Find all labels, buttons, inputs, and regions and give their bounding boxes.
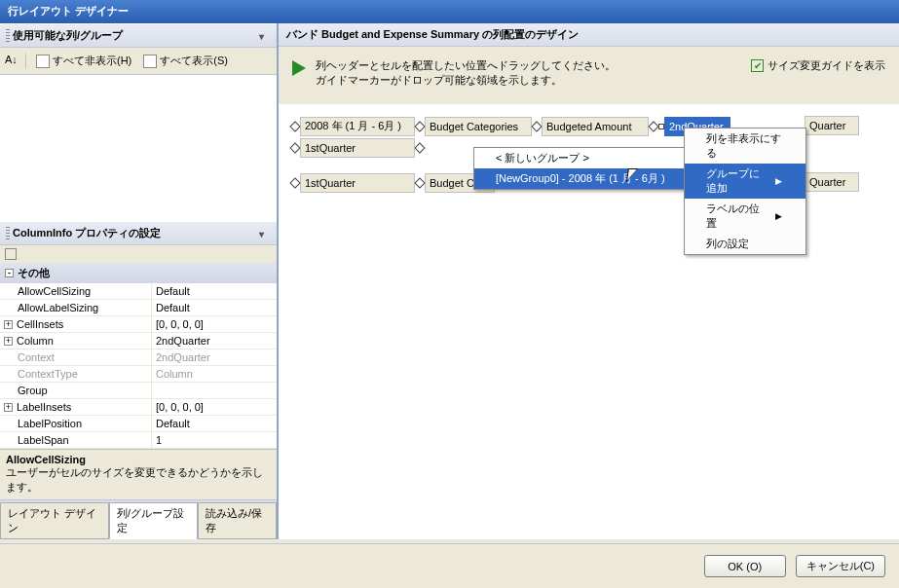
design-surface[interactable]: 2008 年 (1 月 - 6月 ) Budget Categories Bud… — [279, 104, 899, 539]
header-prefix: バンド — [286, 28, 321, 40]
expand-icon[interactable]: + — [4, 403, 13, 412]
property-name: +CellInsets — [0, 316, 152, 332]
sort-az-icon[interactable]: A↓ — [5, 54, 20, 69]
available-columns-list[interactable] — [0, 75, 277, 221]
guide-marker[interactable] — [414, 142, 425, 153]
available-columns-label: 使用可能な列/グループ — [13, 28, 123, 43]
menu-label-position[interactable]: ラベルの位置▶ — [685, 199, 805, 234]
guide-marker[interactable] — [289, 142, 300, 153]
tab-column-group-settings[interactable]: 列/グループ設定 — [109, 502, 198, 539]
collapse-icon[interactable]: - — [5, 269, 14, 277]
property-row-cellinsets[interactable]: +CellInsets[0, 0, 0, 0] — [0, 316, 277, 333]
hide-all-button[interactable]: すべて非表示(H) — [31, 51, 136, 71]
mouse-cursor-icon — [627, 168, 643, 188]
guide-marker[interactable] — [531, 121, 542, 131]
show-all-label: すべて表示(S) — [160, 54, 228, 68]
columninfo-label: ColumnInfo プロパティの設定 — [13, 226, 161, 240]
property-value[interactable]: 2ndQuarter — [152, 333, 277, 349]
property-value[interactable]: 1 — [152, 432, 277, 448]
pin-icon[interactable] — [259, 228, 271, 239]
tab-load-save[interactable]: 読み込み/保存 — [198, 502, 277, 539]
hide-all-icon — [36, 55, 50, 68]
property-name: Context — [0, 349, 152, 365]
show-guide-checkbox-row[interactable]: ✔ サイズ変更ガイドを表示 — [751, 58, 885, 73]
grip-icon — [6, 29, 10, 43]
property-category-other[interactable]: - その他 — [0, 263, 277, 283]
available-columns-header: 使用可能な列/グループ — [0, 23, 277, 48]
submenu-arrow-icon: ▶ — [775, 211, 782, 221]
col-header-quarter-right[interactable]: Quarter — [805, 116, 859, 135]
help-text: 列ヘッダーとセルを配置したい位置へドラッグしてください。 ガイドマーカーがドロッ… — [316, 58, 741, 89]
submenu-newgroup0[interactable]: [NewGroup0] - 2008 年 (1 月 - 6月 ) — [474, 168, 685, 189]
property-value[interactable]: Default — [152, 283, 277, 299]
property-row-group[interactable]: Group — [0, 383, 277, 399]
cancel-button[interactable]: キャンセル(C) — [796, 555, 885, 577]
title-bar: 行レイアウト デザイナー — [0, 0, 899, 23]
property-row-column[interactable]: +Column2ndQuarter — [0, 333, 277, 349]
property-row-allowcellsizing[interactable]: AllowCellSizingDefault — [0, 283, 277, 300]
guide-marker[interactable] — [289, 121, 300, 131]
separator — [25, 54, 26, 69]
context-menu[interactable]: 列を非表示にする グループに追加▶ ラベルの位置▶ 列の設定 — [684, 128, 806, 255]
guide-marker[interactable] — [414, 121, 425, 131]
col-header-budgeted-amount[interactable]: Budgeted Amount — [542, 117, 649, 136]
left-tabbar: レイアウト デザイン 列/グループ設定 読み込み/保存 — [0, 499, 277, 539]
property-row-labelposition[interactable]: LabelPositionDefault — [0, 416, 277, 432]
property-row-contexttype[interactable]: ContextTypeColumn — [0, 366, 277, 383]
property-name: AllowCellSizing — [0, 283, 152, 299]
property-name: Group — [0, 383, 152, 398]
categorized-icon[interactable] — [5, 248, 17, 260]
property-value[interactable]: Default — [152, 416, 277, 431]
pin-icon[interactable] — [259, 30, 271, 42]
header-suffix: の列配置のデザイン — [479, 28, 579, 40]
hide-all-label: すべて非表示(H) — [53, 54, 131, 68]
menu-add-to-group[interactable]: グループに追加▶ — [685, 164, 805, 199]
guide-marker[interactable] — [289, 177, 300, 188]
desc-title: AllowCellSizing — [6, 454, 271, 465]
show-all-button[interactable]: すべて表示(S) — [138, 51, 233, 71]
ok-button[interactable]: OK (O) — [704, 555, 786, 577]
submenu-groups[interactable]: < 新しいグループ > [NewGroup0] - 2008 年 (1 月 - … — [473, 147, 686, 190]
cell-1stquarter-2[interactable]: 1stQuarter — [300, 173, 415, 193]
property-value[interactable] — [152, 383, 277, 398]
main-area: 使用可能な列/グループ A↓ すべて非表示(H) すべて表示(S) Column… — [0, 23, 899, 539]
help-line-2: ガイドマーカーがドロップ可能な領域を示します。 — [316, 73, 741, 88]
property-value[interactable]: [0, 0, 0, 0] — [152, 316, 277, 332]
property-grid[interactable]: AllowCellSizingDefaultAllowLabelSizingDe… — [0, 283, 277, 449]
property-value[interactable]: Default — [152, 300, 277, 315]
property-value[interactable]: [0, 0, 0, 0] — [152, 399, 277, 415]
property-name: LabelPosition — [0, 416, 152, 431]
cell-1stquarter[interactable]: 1stQuarter — [300, 138, 415, 158]
checkbox-checked-icon[interactable]: ✔ — [751, 59, 764, 72]
tab-layout-design[interactable]: レイアウト デザイン — [0, 502, 109, 539]
property-name: AllowLabelSizing — [0, 300, 152, 315]
menu-hide-column[interactable]: 列を非表示にする — [685, 129, 805, 164]
property-value[interactable]: Column — [152, 366, 277, 382]
property-name: LabelSpan — [0, 432, 152, 448]
category-label: その他 — [18, 266, 50, 280]
property-row-allowlabelsizing[interactable]: AllowLabelSizingDefault — [0, 300, 277, 316]
expand-icon[interactable]: + — [4, 337, 13, 346]
guide-marker[interactable] — [648, 121, 658, 131]
col-header-year[interactable]: 2008 年 (1 月 - 6月 ) — [300, 117, 415, 136]
menu-column-settings[interactable]: 列の設定 — [685, 234, 805, 254]
right-panel: バンド Budget and Expense Summary の列配置のデザイン… — [279, 23, 899, 539]
property-row-context[interactable]: Context2ndQuarter — [0, 349, 277, 366]
desc-text: ユーザーがセルのサイズを変更できるかどうかを示します。 — [6, 465, 271, 495]
property-row-labelinsets[interactable]: +LabelInsets[0, 0, 0, 0] — [0, 399, 277, 416]
grip-icon — [6, 227, 10, 240]
col-header-budget-categories[interactable]: Budget Categories — [425, 117, 532, 136]
expand-icon[interactable]: + — [4, 320, 13, 329]
show-guide-label: サイズ変更ガイドを表示 — [768, 58, 885, 73]
arrow-right-icon — [292, 60, 306, 76]
guide-marker[interactable] — [414, 177, 425, 188]
help-row: 列ヘッダーとセルを配置したい位置へドラッグしてください。 ガイドマーカーがドロッ… — [279, 47, 899, 104]
submenu-new-group[interactable]: < 新しいグループ > — [474, 148, 685, 168]
cell-quarter-right[interactable]: Quarter — [805, 172, 859, 192]
property-value[interactable]: 2ndQuarter — [152, 349, 277, 365]
property-description: AllowCellSizing ユーザーがセルのサイズを変更できるかどうかを示し… — [0, 449, 277, 499]
property-name: ContextType — [0, 366, 152, 382]
show-all-icon — [143, 55, 157, 68]
property-row-labelspan[interactable]: LabelSpan1 — [0, 432, 277, 449]
help-line-1: 列ヘッダーとセルを配置したい位置へドラッグしてください。 — [316, 58, 741, 73]
